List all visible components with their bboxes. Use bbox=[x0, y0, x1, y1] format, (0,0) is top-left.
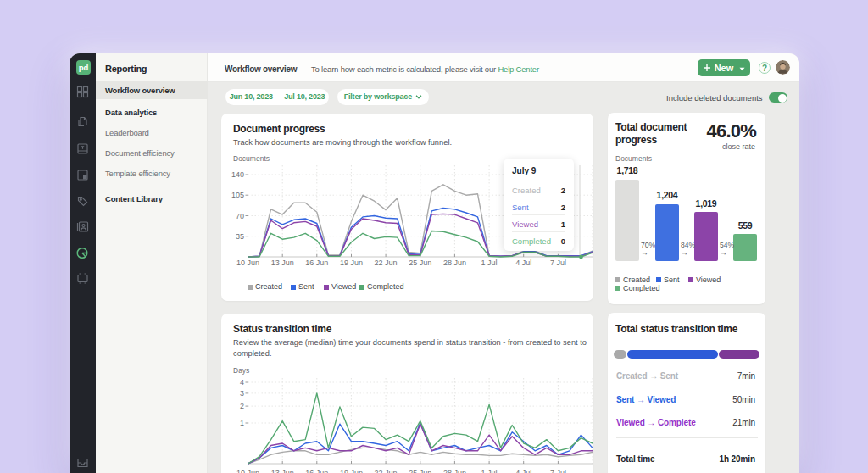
svg-text:25 Jun: 25 Jun bbox=[409, 259, 431, 267]
svg-text:1 Jul: 1 Jul bbox=[481, 469, 498, 473]
svg-text:22 Jun: 22 Jun bbox=[375, 259, 398, 267]
svg-text:4 Jul: 4 Jul bbox=[515, 259, 531, 267]
svg-text:3: 3 bbox=[240, 389, 244, 398]
svg-text:4: 4 bbox=[240, 378, 244, 387]
svg-text:70: 70 bbox=[236, 212, 244, 220]
svg-text:22 Jun: 22 Jun bbox=[375, 469, 398, 473]
svg-text:7 Jul: 7 Jul bbox=[550, 469, 566, 473]
svg-text:1 Jul: 1 Jul bbox=[481, 259, 498, 267]
svg-text:2: 2 bbox=[240, 402, 244, 410]
svg-text:7 Jul: 7 Jul bbox=[550, 259, 566, 267]
svg-text:10 Jun: 10 Jun bbox=[236, 259, 259, 267]
svg-text:16 Jun: 16 Jun bbox=[305, 469, 328, 473]
svg-text:25 Jun: 25 Jun bbox=[409, 469, 431, 473]
svg-text:4 Jul: 4 Jul bbox=[515, 469, 531, 473]
svg-text:140: 140 bbox=[231, 170, 244, 179]
svg-text:105: 105 bbox=[231, 191, 244, 199]
svg-text:10 Jun: 10 Jun bbox=[236, 469, 259, 473]
svg-text:19 Jun: 19 Jun bbox=[340, 259, 363, 267]
svg-text:16 Jun: 16 Jun bbox=[305, 259, 328, 267]
svg-text:19 Jun: 19 Jun bbox=[340, 469, 363, 473]
svg-text:1: 1 bbox=[240, 419, 244, 427]
svg-text:13 Jun: 13 Jun bbox=[271, 259, 294, 267]
svg-text:13 Jun: 13 Jun bbox=[271, 469, 294, 473]
svg-text:28 Jun: 28 Jun bbox=[443, 469, 466, 473]
svg-text:35: 35 bbox=[236, 232, 244, 241]
svg-text:28 Jun: 28 Jun bbox=[443, 259, 466, 267]
